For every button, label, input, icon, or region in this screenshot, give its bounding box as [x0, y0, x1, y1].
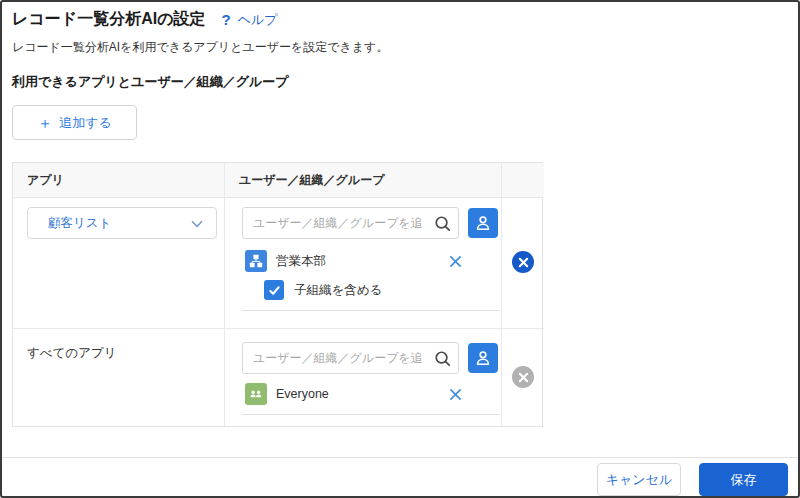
selected-entity-row: Everyone — [242, 383, 499, 405]
selected-entity-row: 営業本部 — [242, 250, 499, 272]
search-icon[interactable] — [426, 343, 458, 373]
table-row-2-app-cell: すべてのアプリ — [13, 329, 225, 426]
selected-entity-block: 営業本部 子組織を含める — [242, 250, 499, 311]
permissions-table: アプリ ユーザー／組織／グループ 顧客リスト — [12, 162, 543, 427]
person-icon — [473, 348, 493, 368]
remove-entity-icon[interactable] — [447, 253, 463, 269]
check-icon — [268, 284, 281, 297]
user-picker-button[interactable] — [468, 343, 498, 373]
footer-divider — [2, 457, 798, 458]
plus-icon: ＋ — [37, 115, 52, 130]
user-search-input[interactable] — [243, 351, 426, 365]
help-question-icon[interactable]: ? — [222, 11, 231, 28]
app-select-dropdown[interactable]: 顧客リスト — [27, 207, 217, 239]
page-header: レコード一覧分析AIの設定 ? ヘルプ — [12, 9, 278, 30]
column-header-users: ユーザー／組織／グループ — [225, 163, 502, 198]
close-icon — [518, 372, 529, 383]
all-apps-label: すべてのアプリ — [27, 346, 117, 360]
save-button[interactable]: 保存 — [699, 463, 788, 496]
add-button[interactable]: ＋ 追加する — [12, 105, 137, 140]
record-list-ai-settings-page: レコード一覧分析AIの設定 ? ヘルプ レコード一覧分析AIを利用できるアプリと… — [0, 0, 800, 498]
table-row-1-users-cell: 営業本部 子組織を含める — [225, 198, 502, 329]
delete-row-button[interactable] — [512, 251, 534, 273]
cancel-button[interactable]: キャンセル — [597, 463, 681, 496]
delete-row-button[interactable] — [512, 366, 534, 388]
page-description: レコード一覧分析AIを利用できるアプリとユーザーを設定できます。 — [12, 39, 388, 56]
person-icon — [473, 213, 493, 233]
table-row-2-users-cell: Everyone — [225, 329, 502, 426]
entity-name: 営業本部 — [276, 253, 326, 270]
entry-divider — [242, 414, 499, 415]
close-icon — [518, 257, 529, 268]
column-header-actions — [502, 163, 544, 198]
organization-icon — [245, 250, 267, 272]
include-suborg-checkbox[interactable] — [264, 280, 284, 300]
column-header-app: アプリ — [13, 163, 225, 198]
user-search-box — [242, 342, 459, 374]
page-title: レコード一覧分析AIの設定 — [12, 9, 206, 30]
search-icon[interactable] — [426, 208, 458, 238]
user-picker-button[interactable] — [468, 208, 498, 238]
section-title: 利用できるアプリとユーザー／組織／グループ — [12, 73, 289, 91]
user-search-input[interactable] — [243, 216, 426, 230]
everyone-icon — [245, 383, 267, 405]
table-row-1-actions-cell — [502, 198, 544, 329]
add-button-label: 追加する — [59, 114, 112, 132]
remove-entity-icon[interactable] — [447, 386, 463, 402]
chevron-down-icon — [191, 214, 203, 232]
include-suborg-option: 子組織を含める — [264, 280, 499, 300]
entity-name: Everyone — [276, 387, 329, 401]
user-search-box — [242, 207, 459, 239]
app-select-value: 顧客リスト — [48, 215, 111, 232]
table-row-1-app-cell: 顧客リスト — [13, 198, 225, 329]
include-suborg-label: 子組織を含める — [294, 282, 382, 299]
table-row-2-actions-cell — [502, 329, 544, 426]
entry-divider — [242, 310, 499, 311]
selected-entity-block: Everyone — [242, 383, 499, 415]
help-link[interactable]: ヘルプ — [238, 11, 278, 29]
